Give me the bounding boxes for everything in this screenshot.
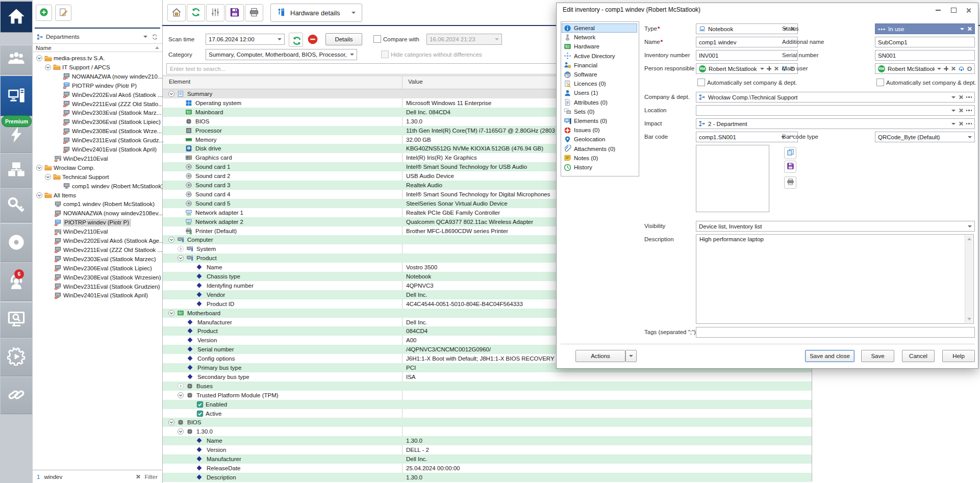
expand-toggle[interactable] bbox=[177, 255, 184, 262]
impact-clear-icon[interactable] bbox=[959, 121, 963, 126]
company-dropdown-icon[interactable] bbox=[951, 96, 956, 98]
minimize-button[interactable] bbox=[931, 5, 945, 15]
dialog-nav-sets[interactable]: Sets (0) bbox=[562, 107, 637, 116]
tree-refresh-icon[interactable] bbox=[152, 34, 158, 40]
tree-item[interactable]: WinDev2202Eval Akoš (Statlook Age... bbox=[33, 236, 182, 245]
tree-item[interactable]: WinDev2306Eval (Statlook Lipiec) bbox=[33, 264, 182, 273]
sidebar-home-button[interactable] bbox=[1, 1, 32, 33]
tree-item[interactable]: WinDev2110Eval bbox=[33, 227, 182, 236]
sidebar-users-button[interactable] bbox=[1, 45, 32, 74]
dialog-nav-financial[interactable]: Financial bbox=[562, 61, 637, 70]
save-and-close-button[interactable]: Save and close bbox=[805, 350, 855, 362]
company-dept-select[interactable]: Wrocław Comp.\Technical Support bbox=[696, 92, 975, 103]
location-clear-icon[interactable] bbox=[959, 108, 963, 113]
view-selector-button[interactable]: Hardware details bbox=[270, 4, 362, 22]
maximize-button[interactable] bbox=[946, 5, 961, 15]
compare-with-select[interactable]: 16.06.2024 21:23 bbox=[426, 34, 502, 45]
auto-company-left-checkbox[interactable] bbox=[697, 79, 705, 86]
category-select[interactable]: Summary, Computer, Motherboard, BIOS, Pr… bbox=[206, 49, 357, 60]
visibility-select[interactable]: Device list, Inventory list bbox=[696, 221, 975, 232]
tree-item[interactable]: WinDev2110Eval bbox=[33, 154, 182, 163]
column-element[interactable]: Element bbox=[169, 79, 190, 85]
dialog-nav-licences[interactable]: Licences (0) bbox=[562, 79, 637, 88]
grid-row[interactable]: Description1.30.0 bbox=[163, 473, 812, 482]
impact-browse-icon[interactable] bbox=[966, 123, 972, 124]
main-user-contact-icon[interactable] bbox=[958, 65, 965, 72]
tree-item[interactable]: WinDev2308Eval (Statlook Wrzesien) bbox=[33, 273, 182, 282]
main-user-dropdown-icon[interactable] bbox=[937, 68, 941, 70]
expand-toggle[interactable] bbox=[177, 383, 184, 390]
add-device-button[interactable] bbox=[36, 5, 52, 21]
description-scrollbar[interactable] bbox=[965, 235, 973, 323]
save-button[interactable] bbox=[225, 4, 244, 21]
grid-row[interactable]: Trusted Platform Module (TPM) bbox=[163, 391, 812, 400]
dialog-nav-geolocation[interactable]: Geolocation bbox=[562, 135, 637, 144]
main-user-clear-icon[interactable] bbox=[951, 66, 956, 71]
expand-toggle[interactable] bbox=[177, 428, 184, 435]
dialog-nav-issues[interactable]: Issues (0) bbox=[562, 125, 637, 135]
dialog-nav-active-directory[interactable]: Active Directory bbox=[562, 52, 637, 61]
person-dropdown-icon[interactable] bbox=[760, 68, 764, 70]
tree-item[interactable]: WinDev2303Eval (Statlook Marzec) bbox=[33, 255, 182, 264]
tags-input[interactable] bbox=[699, 329, 972, 336]
barcode-print-button[interactable] bbox=[784, 176, 796, 189]
dialog-nav-attributes[interactable]: Attributes (0) bbox=[562, 98, 637, 107]
inventory-number-input[interactable] bbox=[699, 53, 795, 59]
column-value[interactable]: Value bbox=[408, 79, 423, 85]
impact-dropdown-icon[interactable] bbox=[951, 123, 956, 125]
dialog-save-button[interactable]: Save bbox=[861, 350, 894, 362]
tree-item[interactable]: WinDev2401Eval (Statlook April) bbox=[33, 291, 182, 300]
sidebar-helpdesk-button[interactable] bbox=[1, 262, 32, 301]
person-add-icon[interactable] bbox=[767, 66, 771, 71]
status-dropdown-icon[interactable] bbox=[960, 28, 964, 30]
dialog-nav-users[interactable]: Users (1) bbox=[562, 88, 637, 97]
expand-toggle[interactable] bbox=[44, 64, 52, 71]
home-view-button[interactable] bbox=[167, 4, 186, 21]
print-button[interactable] bbox=[245, 4, 263, 21]
scan-time-select[interactable]: 17.06.2024 12:00 bbox=[206, 34, 285, 45]
expand-toggle[interactable] bbox=[36, 55, 43, 62]
settings-sliders-button[interactable] bbox=[206, 4, 224, 21]
tree-column-header[interactable]: Name bbox=[33, 43, 162, 52]
status-select[interactable]: ••• In use bbox=[875, 23, 975, 34]
expand-toggle[interactable] bbox=[44, 173, 52, 181]
additional-name-input[interactable] bbox=[878, 39, 972, 45]
expand-toggle[interactable] bbox=[36, 192, 43, 199]
scan-refresh-button[interactable] bbox=[289, 33, 303, 47]
impact-select[interactable]: 2 - Department bbox=[696, 118, 975, 129]
auto-company-right-checkbox[interactable] bbox=[876, 79, 884, 86]
grid-row[interactable]: Name1.30.0 bbox=[163, 436, 812, 445]
grid-row[interactable]: ManufacturerDell Inc. bbox=[163, 454, 812, 464]
tree-mode-select[interactable]: Departments bbox=[37, 32, 158, 42]
location-dropdown-icon[interactable] bbox=[951, 110, 956, 112]
tree-item[interactable]: Wrocław Comp. bbox=[33, 163, 162, 172]
compare-with-checkbox[interactable] bbox=[373, 35, 381, 43]
details-button[interactable]: Details bbox=[325, 33, 362, 45]
expand-toggle[interactable] bbox=[168, 90, 175, 97]
barcode-save-button[interactable] bbox=[784, 161, 796, 173]
tree-item[interactable]: media-press.tv S.A. bbox=[33, 54, 162, 63]
sidebar-network-button[interactable] bbox=[1, 153, 32, 188]
visibility-dropdown-icon[interactable] bbox=[968, 225, 972, 227]
company-browse-icon[interactable] bbox=[966, 96, 972, 98]
sidebar-licenses-button[interactable] bbox=[1, 188, 32, 222]
actions-button[interactable]: Actions bbox=[575, 350, 625, 362]
tree-item[interactable]: NOWANAZWA (nowy windev2108ev... bbox=[33, 209, 182, 218]
grid-row[interactable]: Active bbox=[163, 409, 812, 418]
clear-filter-icon[interactable] bbox=[136, 474, 140, 479]
tree-filter-bar[interactable]: 1 windev Filter bbox=[33, 470, 162, 483]
expand-toggle[interactable] bbox=[168, 419, 175, 426]
dialog-nav-software[interactable]: Software bbox=[562, 70, 637, 79]
location-select[interactable] bbox=[696, 105, 975, 116]
edit-device-button[interactable] bbox=[55, 5, 71, 21]
location-browse-icon[interactable] bbox=[966, 110, 972, 111]
name-input[interactable] bbox=[699, 39, 795, 45]
main-user-add-icon[interactable] bbox=[944, 66, 948, 71]
expand-toggle[interactable] bbox=[168, 236, 175, 243]
main-user-select[interactable]: RM Robert McStatlook O bbox=[875, 63, 975, 74]
tree-item[interactable]: comp1 windev (Robert McStatlook) bbox=[33, 199, 182, 209]
expand-toggle[interactable] bbox=[177, 245, 184, 252]
expand-toggle[interactable] bbox=[177, 392, 184, 399]
tree-item[interactable]: All Items bbox=[33, 191, 162, 200]
barcode-type-dropdown-icon[interactable] bbox=[968, 136, 972, 138]
